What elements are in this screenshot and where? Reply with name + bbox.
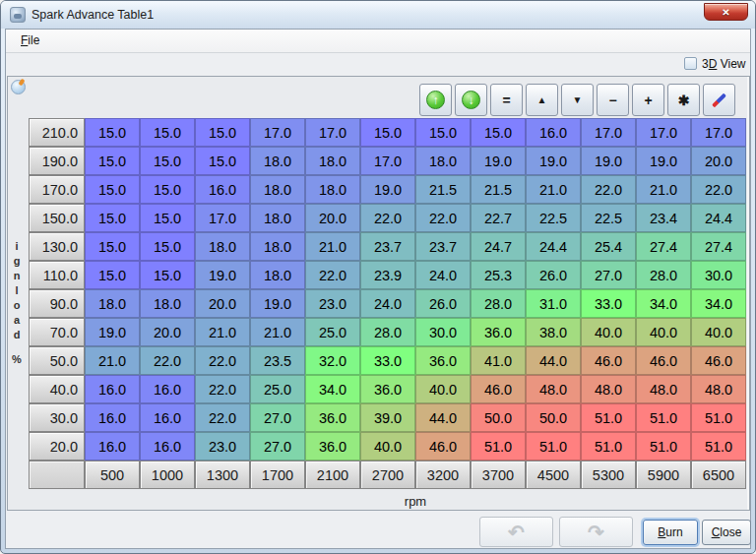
table-cell[interactable]: 15.0	[140, 261, 195, 289]
increase-button[interactable]: ▲	[526, 84, 558, 116]
table-cell[interactable]: 51.0	[691, 432, 746, 461]
table-cell[interactable]: 22.0	[305, 261, 360, 289]
row-header[interactable]: 20.0	[29, 432, 85, 461]
table-cell[interactable]: 33.0	[581, 289, 636, 318]
table-cell[interactable]: 23.0	[195, 432, 250, 461]
table-cell[interactable]: 18.0	[250, 261, 305, 289]
table-cell[interactable]: 23.4	[636, 204, 691, 232]
table-cell[interactable]: 36.0	[471, 318, 526, 346]
column-header[interactable]: 1000	[140, 461, 195, 489]
table-cell[interactable]: 51.0	[581, 403, 636, 432]
column-header[interactable]: 3200	[415, 461, 471, 489]
table-cell[interactable]: 24.0	[360, 289, 415, 318]
table-cell[interactable]: 23.5	[250, 346, 305, 375]
table-cell[interactable]: 17.0	[581, 118, 636, 147]
column-header[interactable]: 500	[85, 461, 140, 489]
table-cell[interactable]: 31.0	[526, 289, 581, 318]
table-cell[interactable]: 22.0	[195, 403, 250, 432]
row-header[interactable]: 210.0	[29, 118, 85, 147]
table-cell[interactable]: 27.0	[581, 261, 636, 289]
table-cell[interactable]: 15.0	[195, 118, 250, 147]
table-cell[interactable]: 22.7	[471, 204, 526, 232]
table-cell[interactable]: 34.0	[305, 375, 360, 403]
table-cell[interactable]: 23.7	[360, 232, 415, 261]
table-cell[interactable]: 18.0	[250, 175, 305, 204]
table-cell[interactable]: 16.0	[85, 432, 140, 461]
table-cell[interactable]: 27.0	[250, 432, 305, 461]
column-header[interactable]: 4500	[526, 461, 581, 489]
table-cell[interactable]: 28.0	[471, 289, 526, 318]
column-header[interactable]: 3700	[471, 461, 526, 489]
column-header[interactable]: 2100	[305, 461, 360, 489]
table-cell[interactable]: 27.4	[691, 232, 746, 261]
burn-button[interactable]: Burn	[643, 520, 698, 545]
table-cell[interactable]: 38.0	[526, 318, 581, 346]
table-cell[interactable]: 51.0	[691, 403, 746, 432]
table-cell[interactable]: 17.0	[250, 118, 305, 147]
table-cell[interactable]: 27.0	[250, 403, 305, 432]
table-cell[interactable]: 15.0	[415, 118, 471, 147]
table-cell[interactable]: 34.0	[636, 289, 691, 318]
table-cell[interactable]: 15.0	[140, 204, 195, 232]
table-cell[interactable]: 23.9	[360, 261, 415, 289]
table-cell[interactable]: 50.0	[526, 403, 581, 432]
table-cell[interactable]: 46.0	[636, 346, 691, 375]
table-cell[interactable]: 51.0	[636, 403, 691, 432]
table-cell[interactable]: 32.0	[305, 346, 360, 375]
menu-file[interactable]: File	[15, 32, 45, 48]
table-cell[interactable]: 22.0	[195, 375, 250, 403]
table-cell[interactable]: 18.0	[250, 147, 305, 175]
table-cell[interactable]: 20.0	[140, 318, 195, 346]
table-cell[interactable]: 36.0	[360, 375, 415, 403]
table-cell[interactable]: 23.0	[305, 289, 360, 318]
table-cell[interactable]: 16.0	[85, 403, 140, 432]
table-cell[interactable]: 19.0	[526, 147, 581, 175]
table-cell[interactable]: 22.5	[526, 204, 581, 232]
column-header[interactable]: 1300	[195, 461, 250, 489]
table-cell[interactable]: 40.0	[636, 318, 691, 346]
table-cell[interactable]: 15.0	[85, 261, 140, 289]
table-cell[interactable]: 25.3	[471, 261, 526, 289]
table-cell[interactable]: 20.0	[305, 204, 360, 232]
table-cell[interactable]: 48.0	[691, 375, 746, 403]
table-cell[interactable]: 21.5	[471, 175, 526, 204]
table-cell[interactable]: 16.0	[195, 175, 250, 204]
table-cell[interactable]: 19.0	[360, 175, 415, 204]
table-cell[interactable]: 26.0	[526, 261, 581, 289]
table-cell[interactable]: 19.0	[471, 147, 526, 175]
redo-button[interactable]: ↷	[559, 517, 633, 547]
table-cell[interactable]: 44.0	[526, 346, 581, 375]
window-close-button[interactable]: ✕	[704, 3, 748, 21]
close-button[interactable]: Close	[702, 520, 751, 545]
pin-icon[interactable]	[11, 80, 26, 94]
set-equal-button[interactable]: =	[490, 84, 523, 116]
table-cell[interactable]: 46.0	[691, 346, 746, 375]
table-cell[interactable]: 15.0	[85, 232, 140, 261]
table-cell[interactable]: 15.0	[85, 175, 140, 204]
table-cell[interactable]: 50.0	[471, 403, 526, 432]
subtract-button[interactable]: −	[597, 84, 629, 116]
table-cell[interactable]: 18.0	[415, 147, 471, 175]
add-button[interactable]: +	[632, 84, 664, 116]
table-cell[interactable]: 26.0	[415, 289, 471, 318]
title-bar[interactable]: Spark Advance Table1 ✕	[1, 1, 755, 29]
multiply-button[interactable]: ✱	[667, 84, 700, 116]
table-cell[interactable]: 22.0	[140, 346, 195, 375]
table-cell[interactable]: 40.0	[581, 318, 636, 346]
table-cell[interactable]: 22.5	[581, 204, 636, 232]
table-cell[interactable]: 51.0	[581, 432, 636, 461]
3d-view-label[interactable]: 3D View	[702, 57, 746, 71]
table-cell[interactable]: 18.0	[250, 232, 305, 261]
table-cell[interactable]: 21.0	[250, 318, 305, 346]
table-cell[interactable]: 46.0	[581, 346, 636, 375]
table-cell[interactable]: 18.0	[250, 204, 305, 232]
column-header[interactable]: 6500	[691, 461, 746, 489]
table-cell[interactable]: 17.0	[691, 118, 746, 147]
table-cell[interactable]: 27.4	[636, 232, 691, 261]
table-cell[interactable]: 33.0	[360, 346, 415, 375]
table-cell[interactable]: 16.0	[85, 375, 140, 403]
table-cell[interactable]: 46.0	[471, 375, 526, 403]
table-cell[interactable]: 19.0	[85, 318, 140, 346]
table-cell[interactable]: 51.0	[526, 432, 581, 461]
table-cell[interactable]: 24.0	[415, 261, 471, 289]
